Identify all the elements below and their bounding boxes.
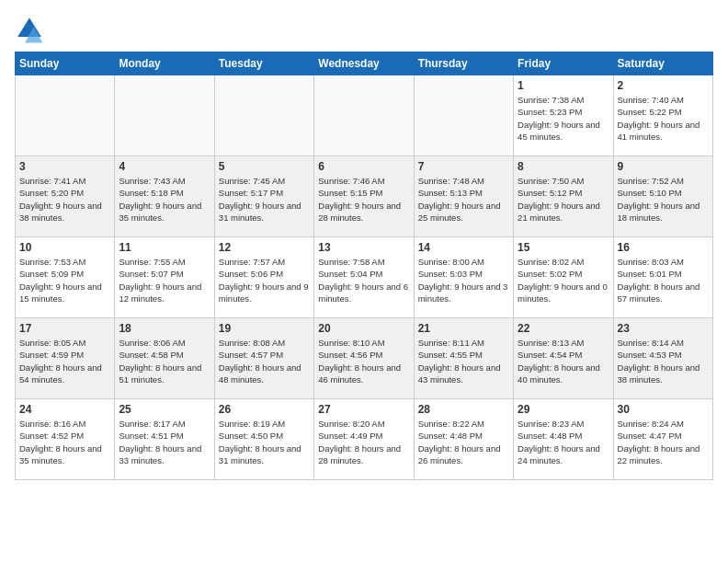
- day-cell: 24Sunrise: 8:16 AMSunset: 4:52 PMDayligh…: [16, 399, 115, 480]
- day-cell: 6Sunrise: 7:46 AMSunset: 5:15 PMDaylight…: [314, 156, 414, 237]
- day-cell: 29Sunrise: 8:23 AMSunset: 4:48 PMDayligh…: [514, 399, 613, 480]
- day-cell: [214, 75, 313, 156]
- week-row-3: 10Sunrise: 7:53 AMSunset: 5:09 PMDayligh…: [16, 237, 713, 318]
- day-details: Sunrise: 7:38 AMSunset: 5:23 PMDaylight:…: [518, 94, 609, 143]
- day-number: 6: [318, 160, 409, 173]
- col-header-monday: Monday: [115, 52, 214, 75]
- day-number: 3: [19, 160, 110, 173]
- col-header-sunday: Sunday: [16, 52, 115, 75]
- day-details: Sunrise: 8:02 AMSunset: 5:02 PMDaylight:…: [518, 256, 609, 304]
- day-cell: 2Sunrise: 7:40 AMSunset: 5:22 PMDaylight…: [613, 75, 712, 156]
- header-row: SundayMondayTuesdayWednesdayThursdayFrid…: [16, 52, 713, 75]
- week-row-4: 17Sunrise: 8:05 AMSunset: 4:59 PMDayligh…: [16, 318, 713, 399]
- day-number: 9: [618, 160, 709, 173]
- day-number: 27: [318, 403, 409, 416]
- calendar-table: SundayMondayTuesdayWednesdayThursdayFrid…: [15, 52, 713, 480]
- day-details: Sunrise: 8:11 AMSunset: 4:55 PMDaylight:…: [418, 337, 509, 385]
- col-header-friday: Friday: [514, 52, 613, 75]
- day-cell: 22Sunrise: 8:13 AMSunset: 4:54 PMDayligh…: [514, 318, 613, 399]
- day-cell: 16Sunrise: 8:03 AMSunset: 5:01 PMDayligh…: [613, 237, 712, 318]
- day-details: Sunrise: 8:00 AMSunset: 5:03 PMDaylight:…: [418, 256, 509, 304]
- day-cell: [115, 75, 214, 156]
- day-cell: 30Sunrise: 8:24 AMSunset: 4:47 PMDayligh…: [613, 399, 712, 480]
- day-cell: [16, 75, 115, 156]
- day-details: Sunrise: 7:40 AMSunset: 5:22 PMDaylight:…: [618, 94, 709, 143]
- day-cell: 20Sunrise: 8:10 AMSunset: 4:56 PMDayligh…: [314, 318, 414, 399]
- day-details: Sunrise: 8:08 AMSunset: 4:57 PMDaylight:…: [219, 337, 310, 385]
- day-details: Sunrise: 7:58 AMSunset: 5:04 PMDaylight:…: [318, 256, 409, 304]
- day-cell: 23Sunrise: 8:14 AMSunset: 4:53 PMDayligh…: [613, 318, 712, 399]
- day-cell: 25Sunrise: 8:17 AMSunset: 4:51 PMDayligh…: [115, 399, 214, 480]
- day-details: Sunrise: 8:17 AMSunset: 4:51 PMDaylight:…: [119, 418, 210, 466]
- day-number: 30: [618, 403, 709, 416]
- week-row-5: 24Sunrise: 8:16 AMSunset: 4:52 PMDayligh…: [16, 399, 713, 480]
- day-cell: 10Sunrise: 7:53 AMSunset: 5:09 PMDayligh…: [16, 237, 115, 318]
- day-number: 15: [518, 241, 609, 254]
- day-number: 2: [618, 79, 709, 92]
- day-cell: 28Sunrise: 8:22 AMSunset: 4:48 PMDayligh…: [414, 399, 513, 480]
- day-details: Sunrise: 7:46 AMSunset: 5:15 PMDaylight:…: [318, 175, 409, 224]
- day-cell: 26Sunrise: 8:19 AMSunset: 4:50 PMDayligh…: [214, 399, 313, 480]
- day-number: 16: [618, 241, 709, 254]
- day-number: 22: [518, 322, 609, 335]
- day-details: Sunrise: 7:41 AMSunset: 5:20 PMDaylight:…: [19, 175, 110, 224]
- day-details: Sunrise: 8:24 AMSunset: 4:47 PMDaylight:…: [618, 418, 709, 466]
- day-details: Sunrise: 8:19 AMSunset: 4:50 PMDaylight:…: [219, 418, 310, 466]
- day-details: Sunrise: 8:23 AMSunset: 4:48 PMDaylight:…: [518, 418, 609, 466]
- day-number: 28: [418, 403, 509, 416]
- week-row-2: 3Sunrise: 7:41 AMSunset: 5:20 PMDaylight…: [16, 156, 713, 237]
- col-header-tuesday: Tuesday: [214, 52, 313, 75]
- day-cell: [314, 75, 414, 156]
- day-number: 10: [19, 241, 110, 254]
- day-number: 12: [219, 241, 310, 254]
- col-header-wednesday: Wednesday: [314, 52, 414, 75]
- day-number: 11: [119, 241, 210, 254]
- day-cell: 19Sunrise: 8:08 AMSunset: 4:57 PMDayligh…: [214, 318, 313, 399]
- day-details: Sunrise: 7:55 AMSunset: 5:07 PMDaylight:…: [119, 256, 210, 304]
- day-details: Sunrise: 7:53 AMSunset: 5:09 PMDaylight:…: [19, 256, 110, 304]
- day-number: 1: [518, 79, 609, 92]
- day-cell: 27Sunrise: 8:20 AMSunset: 4:49 PMDayligh…: [314, 399, 414, 480]
- day-cell: 9Sunrise: 7:52 AMSunset: 5:10 PMDaylight…: [613, 156, 712, 237]
- day-number: 21: [418, 322, 509, 335]
- day-number: 24: [19, 403, 110, 416]
- day-cell: 21Sunrise: 8:11 AMSunset: 4:55 PMDayligh…: [414, 318, 513, 399]
- page-header: [15, 15, 713, 44]
- day-details: Sunrise: 8:14 AMSunset: 4:53 PMDaylight:…: [618, 337, 709, 385]
- day-number: 17: [19, 322, 110, 335]
- day-details: Sunrise: 8:16 AMSunset: 4:52 PMDaylight:…: [19, 418, 110, 466]
- day-details: Sunrise: 7:50 AMSunset: 5:12 PMDaylight:…: [518, 175, 609, 224]
- day-number: 20: [318, 322, 409, 335]
- day-cell: 7Sunrise: 7:48 AMSunset: 5:13 PMDaylight…: [414, 156, 513, 237]
- day-cell: 18Sunrise: 8:06 AMSunset: 4:58 PMDayligh…: [115, 318, 214, 399]
- day-cell: 12Sunrise: 7:57 AMSunset: 5:06 PMDayligh…: [214, 237, 313, 318]
- day-number: 19: [219, 322, 310, 335]
- day-number: 26: [219, 403, 310, 416]
- col-header-thursday: Thursday: [414, 52, 513, 75]
- day-details: Sunrise: 8:10 AMSunset: 4:56 PMDaylight:…: [318, 337, 409, 385]
- day-number: 29: [518, 403, 609, 416]
- day-cell: 14Sunrise: 8:00 AMSunset: 5:03 PMDayligh…: [414, 237, 513, 318]
- day-cell: 3Sunrise: 7:41 AMSunset: 5:20 PMDaylight…: [16, 156, 115, 237]
- logo: [15, 15, 48, 44]
- day-cell: 1Sunrise: 7:38 AMSunset: 5:23 PMDaylight…: [514, 75, 613, 156]
- day-number: 7: [418, 160, 509, 173]
- day-details: Sunrise: 8:13 AMSunset: 4:54 PMDaylight:…: [518, 337, 609, 385]
- day-cell: 13Sunrise: 7:58 AMSunset: 5:04 PMDayligh…: [314, 237, 414, 318]
- day-details: Sunrise: 7:45 AMSunset: 5:17 PMDaylight:…: [219, 175, 310, 224]
- day-details: Sunrise: 8:22 AMSunset: 4:48 PMDaylight:…: [418, 418, 509, 466]
- day-number: 8: [518, 160, 609, 173]
- col-header-saturday: Saturday: [613, 52, 712, 75]
- day-cell: [414, 75, 513, 156]
- day-number: 23: [618, 322, 709, 335]
- day-cell: 5Sunrise: 7:45 AMSunset: 5:17 PMDaylight…: [214, 156, 313, 237]
- day-cell: 15Sunrise: 8:02 AMSunset: 5:02 PMDayligh…: [514, 237, 613, 318]
- day-cell: 17Sunrise: 8:05 AMSunset: 4:59 PMDayligh…: [16, 318, 115, 399]
- day-cell: 8Sunrise: 7:50 AMSunset: 5:12 PMDaylight…: [514, 156, 613, 237]
- day-number: 5: [219, 160, 310, 173]
- day-number: 25: [119, 403, 210, 416]
- day-details: Sunrise: 8:03 AMSunset: 5:01 PMDaylight:…: [618, 256, 709, 304]
- day-details: Sunrise: 7:57 AMSunset: 5:06 PMDaylight:…: [219, 256, 310, 304]
- day-cell: 11Sunrise: 7:55 AMSunset: 5:07 PMDayligh…: [115, 237, 214, 318]
- day-cell: 4Sunrise: 7:43 AMSunset: 5:18 PMDaylight…: [115, 156, 214, 237]
